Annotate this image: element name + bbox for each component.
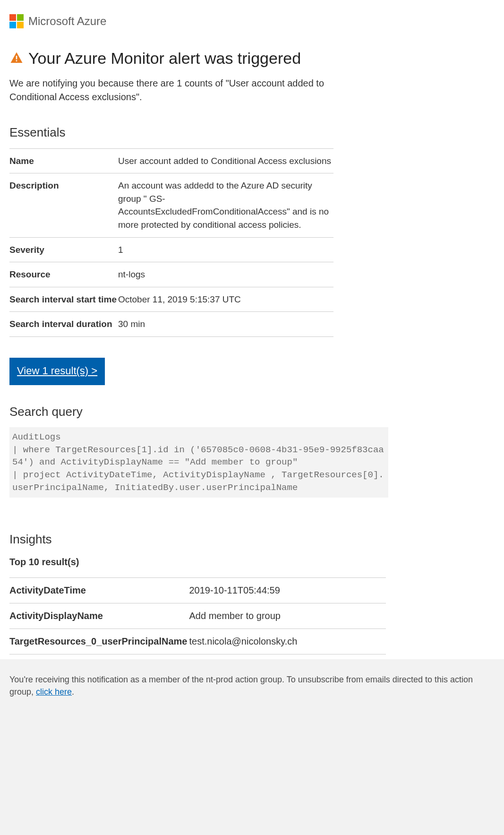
intro-text: We are notifying you because there are 1… [9,77,340,104]
search-query-heading: Search query [9,403,495,421]
essentials-row: Resourcent-logs [9,262,333,287]
essentials-value: 30 min [118,312,333,337]
insights-key: ActivityDateTime [9,577,189,603]
insights-row: ActivityDateTime2019-10-11T05:44:59 [9,577,386,603]
insights-row: TargetResources_0_userPrincipalNametest.… [9,628,386,654]
insights-key: TargetResources_0_userPrincipalName [9,628,189,654]
insights-value: 2019-10-11T05:44:59 [189,577,386,603]
insights-heading: Insights [9,531,495,549]
footer: You're receiving this notification as a … [0,659,504,835]
essentials-row: Search interval start timeOctober 11, 20… [9,287,333,312]
svg-rect-1 [16,60,17,62]
insights-row: ActivityDisplayNameAdd member to group [9,603,386,628]
essentials-value: nt-logs [118,262,333,287]
essentials-value: An account was addedd to the Azure AD se… [118,173,333,237]
page-title: Your Azure Monitor alert was triggered [28,47,301,70]
essentials-value: October 11, 2019 5:15:37 UTC [118,287,333,312]
brand-text: Microsoft Azure [28,13,106,30]
essentials-row: DescriptionAn account was addedd to the … [9,173,333,237]
essentials-value: User account added to Conditional Access… [118,148,333,173]
insights-subheading: Top 10 result(s) [9,555,495,569]
essentials-key: Search interval duration [9,312,118,337]
essentials-table: NameUser account added to Conditional Ac… [9,148,333,337]
footer-text-before: You're receiving this notification as a … [9,675,473,697]
essentials-key: Severity [9,237,118,262]
view-results-button[interactable]: View 1 result(s) > [9,358,105,385]
essentials-key: Search interval start time [9,287,118,312]
search-query-code: AuditLogs | where TargetResources[1].id … [9,427,388,498]
essentials-key: Name [9,148,118,173]
essentials-row: Search interval duration30 min [9,312,333,337]
brand-logo: Microsoft Azure [9,13,495,30]
warning-icon [9,51,24,65]
insights-key: ActivityDisplayName [9,603,189,628]
essentials-heading: Essentials [9,124,495,142]
essentials-row: Severity1 [9,237,333,262]
essentials-key: Description [9,173,118,237]
essentials-value: 1 [118,237,333,262]
footer-text-after: . [72,687,74,697]
essentials-row: NameUser account added to Conditional Ac… [9,148,333,173]
essentials-key: Resource [9,262,118,287]
unsubscribe-link[interactable]: click here [36,687,72,697]
microsoft-logo-icon [9,14,24,28]
insights-value: test.nicola@nicolonsky.ch [189,628,386,654]
svg-rect-0 [16,56,17,60]
insights-value: Add member to group [189,603,386,628]
